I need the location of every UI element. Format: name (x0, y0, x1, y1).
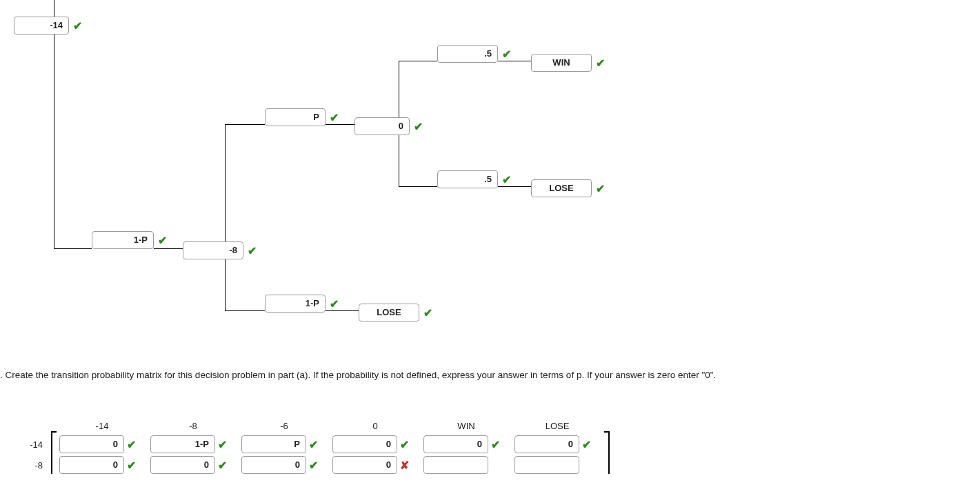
matrix-cell: 0✔ (514, 435, 606, 453)
matrix-cell-input[interactable]: 0 (332, 456, 397, 474)
matrix-cell: P✔ (241, 435, 332, 453)
matrix-col-header: -6 (239, 421, 330, 431)
matrix-cell-input[interactable]: 0 (332, 435, 397, 453)
matrix-row-label: -14 (18, 439, 50, 450)
tree-p-down-prob-input[interactable]: .5 (437, 170, 498, 188)
checkmark-icon: ✔ (248, 244, 257, 257)
matrix-cell-input[interactable]: 0 (241, 456, 306, 474)
tree-lose-lower-input[interactable]: LOSE (359, 304, 419, 321)
tree-1p-label-input[interactable]: 1-P (92, 231, 154, 249)
checkmark-icon: ✔ (582, 438, 591, 451)
transition-matrix: -14-8-60WINLOSE -140✔1-P✔P✔0✔0✔0✔-80✔0✔0… (15, 421, 606, 474)
checkmark-icon: ✔ (218, 459, 227, 472)
tree-win-input[interactable]: WIN (531, 54, 592, 72)
tree-p-up-prob-input[interactable]: .5 (437, 45, 498, 63)
checkmark-icon: ✔ (218, 438, 227, 451)
matrix-cell-input[interactable]: 0 (150, 456, 215, 474)
matrix-cell-input[interactable]: 0 (59, 456, 124, 474)
matrix-col-header: LOSE (512, 421, 603, 431)
checkmark-icon: ✔ (400, 438, 409, 451)
matrix-cell (514, 456, 606, 474)
matrix-cell-input[interactable] (514, 456, 579, 474)
checkmark-icon: ✔ (330, 297, 339, 310)
checkmark-icon: ✔ (423, 306, 432, 319)
matrix-row: -140✔1-P✔P✔0✔0✔0✔ (18, 435, 606, 453)
tree-lower-1p-label-input[interactable]: 1-P (265, 295, 326, 313)
matrix-row-label: -8 (18, 460, 50, 471)
matrix-cell: 1-P✔ (150, 435, 241, 453)
tree-1p-value-input[interactable]: -8 (183, 241, 243, 259)
checkmark-icon: ✔ (414, 120, 423, 133)
matrix-col-header: WIN (421, 421, 512, 431)
tree-root-input[interactable]: -14 (14, 17, 69, 34)
tree-p-value-input[interactable]: 0 (354, 117, 410, 135)
matrix-cell-input[interactable]: P (241, 435, 306, 453)
matrix-cell-input[interactable] (423, 456, 488, 474)
checkmark-icon: ✔ (596, 57, 605, 70)
checkmark-icon: ✔ (158, 234, 167, 247)
matrix-cell-input[interactable]: 1-P (150, 435, 215, 453)
matrix-cell-input[interactable]: 0 (423, 435, 488, 453)
matrix-col-header: -14 (57, 421, 148, 431)
checkmark-icon: ✔ (309, 459, 318, 472)
checkmark-icon: ✔ (596, 182, 605, 195)
matrix-cell: 0✘ (332, 456, 423, 474)
checkmark-icon: ✔ (309, 438, 318, 451)
tree-p-label-input[interactable]: P (265, 108, 326, 126)
checkmark-icon: ✔ (73, 19, 82, 32)
question-text: . Create the transition probability matr… (0, 370, 716, 380)
tree-lose-upper-input[interactable]: LOSE (531, 179, 592, 197)
checkmark-icon: ✔ (502, 48, 511, 61)
checkmark-icon: ✔ (491, 438, 500, 451)
matrix-cell-input[interactable]: 0 (59, 435, 124, 453)
cross-icon: ✘ (400, 459, 409, 472)
matrix-col-header: 0 (330, 421, 421, 431)
matrix-row: -80✔0✔0✔0✘ (18, 456, 606, 474)
matrix-cell: 0✔ (59, 456, 150, 474)
matrix-cell: 0✔ (59, 435, 150, 453)
matrix-cell: 0✔ (332, 435, 423, 453)
matrix-cell: 0✔ (150, 456, 241, 474)
matrix-cell-input[interactable]: 0 (514, 435, 579, 453)
matrix-cell (423, 456, 514, 474)
checkmark-icon: ✔ (502, 173, 511, 186)
matrix-col-header: -8 (148, 421, 239, 431)
matrix-cell: 0✔ (241, 456, 332, 474)
checkmark-icon: ✔ (127, 459, 136, 472)
checkmark-icon: ✔ (330, 111, 339, 124)
checkmark-icon: ✔ (127, 438, 136, 451)
matrix-cell: 0✔ (423, 435, 514, 453)
